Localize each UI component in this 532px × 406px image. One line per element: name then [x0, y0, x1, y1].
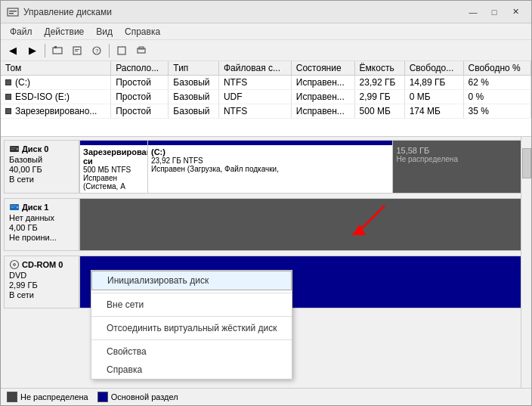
svg-rect-1 — [9, 11, 17, 12]
col-free: Свободо... — [404, 61, 463, 76]
disk-visual: Диск 0 Базовый 40,00 ГБ В сети Зарезерви… — [1, 137, 531, 388]
ctx-sep1 — [91, 293, 292, 293]
cell-0-2: Базовый — [169, 76, 219, 90]
cdrom-status: В сети — [9, 290, 74, 299]
disk1-row: Диск 1 Нет данных 4,00 ГБ Не проини... — [4, 198, 528, 251]
table-row[interactable]: ESD-ISO (E:)ПростойБазовыйUDFИсправен...… — [1, 90, 531, 104]
svg-rect-16 — [11, 149, 14, 150]
svg-rect-0 — [8, 8, 18, 16]
cell-0-0: (C:) — [1, 76, 111, 90]
cell-2-3: NTFS — [218, 104, 291, 119]
svg-rect-7 — [75, 51, 78, 51]
disk0-type: Базовый — [9, 155, 74, 164]
cdrom-type: DVD — [9, 271, 74, 280]
cdrom-name: CD-ROM 0 — [9, 259, 74, 270]
col-capacity: Ёмкость — [354, 61, 404, 76]
cell-2-6: 174 МБ — [404, 104, 463, 119]
main-content: Том Располо... Тип Файловая с... Состоян… — [1, 61, 531, 405]
ctx-initialize[interactable]: Инициализировать диск — [91, 271, 292, 290]
cell-1-6: 0 МБ — [404, 90, 463, 104]
disk-icon — [9, 144, 20, 154]
volume-icon — [5, 94, 11, 100]
disk0-size: 40,00 ГБ — [9, 165, 74, 174]
svg-rect-20 — [11, 207, 14, 208]
table-row[interactable]: Зарезервировано...ПростойБазовыйNTFSИспр… — [1, 104, 531, 119]
svg-line-21 — [358, 206, 385, 232]
toolbar: ◀ ▶ ? — [1, 40, 531, 61]
properties-button[interactable] — [68, 42, 86, 59]
help-button[interactable]: ? — [88, 42, 106, 59]
disk1-status: Не проини... — [9, 233, 74, 242]
ctx-sep3 — [91, 339, 292, 340]
ctx-offline[interactable]: Вне сети — [91, 296, 292, 314]
disk1-icon — [9, 202, 20, 212]
col-freepct: Свободно % — [463, 61, 530, 76]
col-type: Тип — [169, 61, 219, 76]
refresh-button[interactable] — [48, 42, 66, 59]
legend-label-unallocated: Не распределена — [20, 392, 88, 401]
cell-0-6: 14,89 ГБ — [404, 76, 463, 90]
close-button[interactable]: ✕ — [506, 5, 525, 20]
cdrom-size: 2,99 ГБ — [9, 280, 74, 290]
ctx-detach[interactable]: Отсоединить виртуальный жёсткий диск — [91, 319, 292, 337]
partition-reserved[interactable]: Зарезервировано си 500 МБ NTFS Исправен … — [80, 141, 148, 193]
scrollbar-vertical[interactable] — [521, 137, 531, 388]
context-menu: Инициализировать диск Вне сети Отсоедини… — [91, 270, 292, 380]
cell-1-4: Исправен... — [291, 90, 354, 104]
volume-icon — [5, 79, 11, 85]
cell-2-5: 500 МБ — [354, 104, 404, 119]
cell-1-3: UDF — [218, 90, 291, 104]
minimize-button[interactable]: — — [463, 5, 483, 20]
menu-view[interactable]: Вид — [90, 25, 119, 39]
ctx-help[interactable]: Справка — [91, 361, 292, 379]
legend-primary: Основной раздел — [97, 392, 178, 402]
title-bar: Управление дисками — □ ✕ — [1, 1, 531, 23]
cdrom-info: CD-ROM 0 DVD 2,99 ГБ В сети — [4, 256, 79, 308]
window-icon — [7, 6, 19, 18]
cell-2-2: Базовый — [169, 104, 219, 119]
forward-button[interactable]: ▶ — [23, 42, 42, 59]
cell-1-2: Базовый — [169, 90, 219, 104]
table-row[interactable]: (C:)ПростойБазовыйNTFSИсправен...23,92 Г… — [1, 76, 531, 90]
svg-rect-6 — [75, 49, 79, 50]
cell-2-4: Исправен... — [291, 104, 354, 119]
partition-unallocated: 15,58 ГБ Не распределена — [393, 141, 527, 193]
svg-rect-3 — [53, 48, 62, 54]
legend-label-primary: Основной раздел — [111, 392, 178, 401]
disk0-info: Диск 0 Базовый 40,00 ГБ В сети — [4, 140, 79, 194]
cell-0-1: Простой — [111, 76, 169, 90]
disk0-status: В сети — [9, 175, 74, 184]
disk1-name: Диск 1 — [9, 202, 74, 212]
extra-btn-1[interactable] — [113, 42, 131, 59]
menu-action[interactable]: Действие — [39, 25, 91, 39]
legend-box-primary — [97, 392, 108, 402]
cell-1-5: 2,99 ГБ — [354, 90, 404, 104]
cell-0-3: NTFS — [218, 76, 291, 90]
cell-1-1: Простой — [111, 90, 169, 104]
legend-unallocated: Не распределена — [7, 392, 88, 402]
back-button[interactable]: ◀ — [4, 42, 22, 59]
ctx-properties[interactable]: Свойства — [91, 342, 292, 361]
svg-rect-4 — [54, 46, 57, 48]
col-fs: Файловая с... — [218, 61, 291, 76]
maximize-button[interactable]: □ — [484, 5, 504, 20]
legend: Не распределена Основной раздел — [1, 388, 531, 405]
disk1-info: Диск 1 Нет данных 4,00 ГБ Не проини... — [4, 198, 79, 251]
menu-help[interactable]: Справка — [119, 25, 166, 39]
partition-c[interactable]: (C:) 23,92 ГБ NTFS Исправен (Загрузка, Ф… — [148, 141, 393, 193]
cdrom-icon — [9, 259, 20, 270]
disk1-partitions — [79, 198, 528, 251]
svg-text:?: ? — [95, 48, 99, 54]
main-window: Управление дисками — □ ✕ Файл Действие В… — [0, 0, 532, 406]
svg-rect-19 — [11, 206, 16, 206]
svg-rect-2 — [9, 13, 14, 14]
legend-box-unallocated — [7, 392, 17, 402]
menu-file[interactable]: Файл — [4, 25, 39, 39]
window-title: Управление дисками — [23, 7, 112, 17]
extra-btn-2[interactable] — [132, 42, 150, 59]
disk0-row: Диск 0 Базовый 40,00 ГБ В сети Зарезерви… — [4, 140, 528, 194]
disk1-size: 4,00 ГБ — [9, 223, 74, 232]
scroll-thumb[interactable] — [522, 148, 531, 178]
cell-0-4: Исправен... — [291, 76, 354, 90]
disk1-type: Нет данных — [9, 213, 74, 222]
